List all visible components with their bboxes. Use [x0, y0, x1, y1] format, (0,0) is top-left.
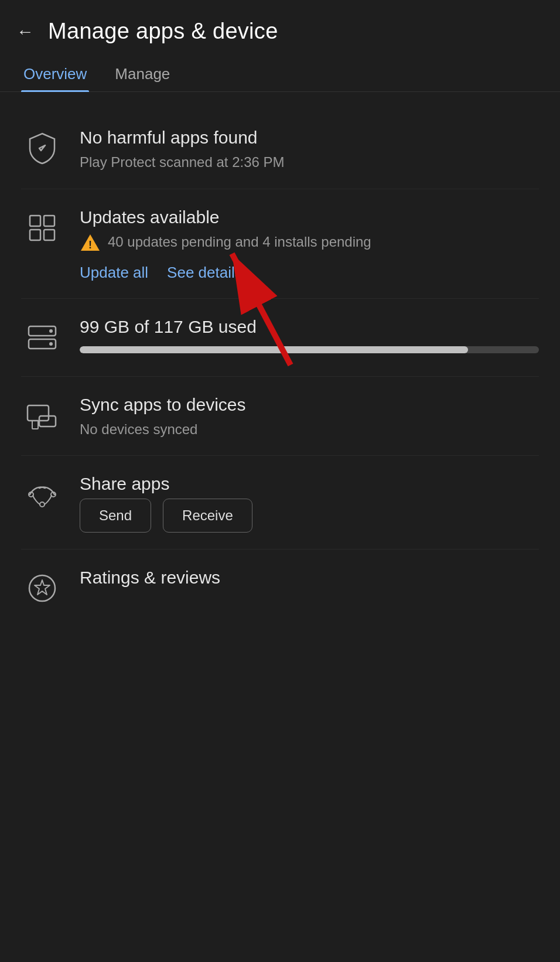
- storage-icon: [25, 320, 59, 357]
- apps-grid-icon: [25, 211, 59, 247]
- ratings-icon-area: [21, 568, 63, 610]
- ratings-section: Ratings & reviews: [21, 550, 539, 627]
- svg-rect-15: [32, 421, 38, 429]
- content-area: No harmful apps found Play Protect scann…: [0, 92, 560, 644]
- updates-warning-row: ! 40 updates pending and 4 installs pend…: [80, 232, 539, 253]
- share-buttons-group: Send Receive: [80, 499, 539, 533]
- play-protect-body: No harmful apps found Play Protect scann…: [80, 126, 539, 172]
- updates-section: Updates available ! 40 updates pending a…: [21, 189, 539, 299]
- send-button[interactable]: Send: [80, 499, 151, 533]
- play-protect-title: No harmful apps found: [80, 126, 539, 149]
- sync-title: Sync apps to devices: [80, 393, 539, 416]
- sync-subtitle: No devices synced: [80, 419, 539, 439]
- updates-warning-text: 40 updates pending and 4 installs pendin…: [108, 232, 371, 252]
- updates-title: Updates available: [80, 206, 539, 228]
- svg-marker-0: [39, 145, 45, 151]
- play-protect-subtitle: Play Protect scanned at 2:36 PM: [80, 152, 539, 172]
- tabs-bar: Overview Manage: [0, 56, 560, 92]
- share-icon: [25, 477, 59, 514]
- updates-actions: Update all See details: [80, 264, 539, 282]
- svg-point-19: [29, 575, 55, 601]
- storage-title: 99 GB of 117 GB used: [80, 315, 539, 338]
- play-protect-icon-area: [21, 128, 63, 170]
- svg-rect-4: [44, 230, 54, 240]
- storage-body: 99 GB of 117 GB used: [80, 315, 539, 353]
- storage-progress-bar: [80, 346, 539, 353]
- share-icon-area: [21, 475, 63, 517]
- storage-section: 99 GB of 117 GB used: [21, 299, 539, 377]
- storage-icon-area: [21, 318, 63, 360]
- shield-icon: [25, 131, 59, 168]
- share-body: Share apps Send Receive: [80, 472, 539, 533]
- updates-icon-area: [21, 208, 63, 250]
- sync-body: Sync apps to devices No devices synced: [80, 393, 539, 439]
- header: ← Manage apps & device: [0, 0, 560, 56]
- svg-rect-1: [30, 216, 40, 226]
- svg-rect-3: [30, 230, 40, 240]
- svg-rect-13: [28, 405, 49, 421]
- page-title: Manage apps & device: [48, 19, 278, 44]
- share-apps-title: Share apps: [80, 472, 539, 495]
- see-details-link[interactable]: See details: [167, 264, 243, 282]
- play-protect-section: No harmful apps found Play Protect scann…: [21, 110, 539, 189]
- update-all-link[interactable]: Update all: [80, 264, 148, 282]
- svg-marker-20: [35, 580, 50, 595]
- back-button[interactable]: ←: [16, 23, 34, 40]
- sync-icon: [25, 398, 59, 435]
- svg-point-18: [40, 502, 45, 507]
- svg-text:!: !: [88, 239, 92, 251]
- storage-progress-fill: [80, 346, 468, 353]
- tab-overview[interactable]: Overview: [21, 56, 89, 91]
- share-apps-section: Share apps Send Receive: [21, 456, 539, 550]
- warning-triangle-icon: !: [80, 232, 101, 253]
- sync-icon-area: [21, 395, 63, 438]
- receive-button[interactable]: Receive: [163, 499, 252, 533]
- page-wrapper: ← Manage apps & device Overview Manage N…: [0, 0, 560, 644]
- ratings-title: Ratings & reviews: [80, 566, 539, 589]
- star-icon: [25, 571, 59, 608]
- ratings-body: Ratings & reviews: [80, 566, 539, 592]
- svg-rect-2: [44, 216, 54, 226]
- tab-manage[interactable]: Manage: [112, 56, 172, 91]
- svg-point-12: [49, 342, 53, 346]
- sync-section: Sync apps to devices No devices synced: [21, 377, 539, 456]
- updates-body: Updates available ! 40 updates pending a…: [80, 206, 539, 282]
- svg-point-11: [49, 329, 53, 333]
